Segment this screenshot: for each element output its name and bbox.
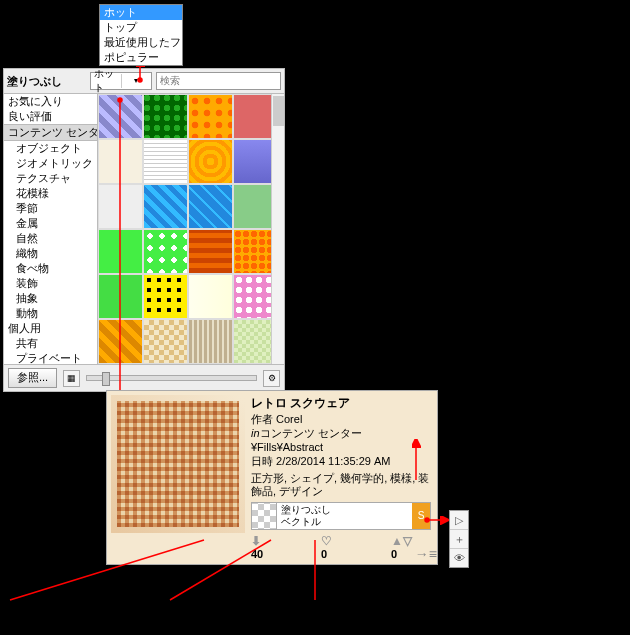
- dropdown-item[interactable]: ポピュラー: [100, 50, 182, 65]
- fill-type-row: 塗りつぶしベクトル S: [251, 502, 431, 530]
- swatch-cell[interactable]: [188, 229, 233, 274]
- swatch-cell[interactable]: [188, 319, 233, 364]
- tree-item[interactable]: 良い評価: [4, 109, 97, 124]
- dialog-footer: 参照... ▦ ⚙: [4, 364, 284, 391]
- swatch-cell[interactable]: [188, 94, 233, 139]
- dropdown-item[interactable]: 最近使用したファイル: [100, 35, 182, 50]
- tree-item[interactable]: お気に入り: [4, 94, 97, 109]
- swatch-cell[interactable]: [143, 274, 188, 319]
- browse-button[interactable]: 参照...: [8, 368, 57, 388]
- tree-item[interactable]: 共有: [4, 336, 97, 351]
- sort-combo-value: ホット: [91, 67, 121, 95]
- tree-item[interactable]: 個人用: [4, 321, 97, 336]
- pattern-date-line: 日時 2/28/2014 11:35:29 AM: [251, 454, 431, 468]
- swatch-cell[interactable]: [98, 274, 143, 319]
- category-tree[interactable]: お気に入り良い評価コンテンツ センターオブジェクトジオメトリックテクスチャ花模様…: [4, 94, 98, 364]
- swatch-grid-area: [98, 94, 284, 364]
- fills-dialog: 塗りつぶし ホット ▾ 検索 お気に入り良い評価コンテンツ センターオブジェクト…: [3, 68, 285, 392]
- search-input[interactable]: 検索: [156, 72, 281, 90]
- fill-swatch-icon: [252, 503, 277, 529]
- tree-item[interactable]: 花模様: [4, 186, 97, 201]
- swatch-cell[interactable]: [188, 184, 233, 229]
- swatch-cell[interactable]: [98, 184, 143, 229]
- options-icon[interactable]: →≡: [415, 546, 437, 562]
- swatch-cell[interactable]: [188, 274, 233, 319]
- share-badge[interactable]: S: [412, 503, 430, 529]
- swatch-grid[interactable]: [98, 94, 284, 364]
- swatch-cell[interactable]: [98, 94, 143, 139]
- sort-combo[interactable]: ホット ▾: [90, 72, 152, 90]
- tree-item[interactable]: 食べ物: [4, 261, 97, 276]
- tree-item[interactable]: 金属: [4, 216, 97, 231]
- dropdown-item[interactable]: ホット: [100, 5, 182, 20]
- pattern-preview: [111, 395, 245, 533]
- pattern-tags: 正方形, シェイプ, 幾何学的, 模様, 装飾品, デザイン: [251, 472, 431, 498]
- swatch-cell[interactable]: [143, 139, 188, 184]
- grid-view-icon[interactable]: ▦: [63, 370, 80, 387]
- dialog-title: 塗りつぶし: [7, 74, 62, 89]
- pattern-path-line: inコンテンツ センター¥Fills¥Abstract: [251, 426, 431, 454]
- sort-dropdown-list[interactable]: ホット トップ 最近使用したファイル ポピュラー: [99, 4, 183, 66]
- pattern-author-line: 作者 Corel: [251, 412, 431, 426]
- swatch-cell[interactable]: [143, 94, 188, 139]
- tree-item[interactable]: 季節: [4, 201, 97, 216]
- dropdown-item[interactable]: トップ: [100, 20, 182, 35]
- fill-type-label: 塗りつぶしベクトル: [277, 503, 412, 529]
- eye-icon[interactable]: 👁: [450, 549, 468, 567]
- thumbnail-size-slider[interactable]: [86, 375, 257, 381]
- swatch-cell[interactable]: [98, 229, 143, 274]
- tree-item[interactable]: 抽象: [4, 291, 97, 306]
- tree-item[interactable]: プライベート: [4, 351, 97, 364]
- add-icon[interactable]: ＋: [450, 530, 468, 549]
- tree-item[interactable]: テクスチャ: [4, 171, 97, 186]
- tree-item[interactable]: ジオメトリック: [4, 156, 97, 171]
- settings-icon[interactable]: ⚙: [263, 370, 280, 387]
- swatch-cell[interactable]: [143, 319, 188, 364]
- pattern-title: レトロ スクウェア: [251, 395, 431, 412]
- tree-item[interactable]: 装飾: [4, 276, 97, 291]
- scrollbar[interactable]: [271, 94, 284, 364]
- download-icon: ⬇: [251, 534, 291, 548]
- actions-toolbar: ▷ ＋ 👁: [449, 510, 469, 568]
- tree-item[interactable]: コンテンツ センター: [4, 124, 97, 141]
- tree-item[interactable]: 動物: [4, 306, 97, 321]
- swatch-cell[interactable]: [143, 184, 188, 229]
- swatch-cell[interactable]: [98, 139, 143, 184]
- info-card: レトロ スクウェア 作者 Corel inコンテンツ センター¥Fills¥Ab…: [106, 390, 438, 565]
- chevron-down-icon[interactable]: ▾: [121, 74, 152, 88]
- swatch-cell[interactable]: [98, 319, 143, 364]
- flag-icon[interactable]: ▷: [450, 511, 468, 530]
- swatch-cell[interactable]: [188, 139, 233, 184]
- heart-icon: ♡: [321, 534, 361, 548]
- favorite-stat[interactable]: ♡ 0: [321, 534, 361, 560]
- download-stat[interactable]: ⬇ 40: [251, 534, 291, 560]
- dialog-header: 塗りつぶし ホット ▾ 検索: [4, 69, 284, 94]
- swatch-cell[interactable]: [143, 229, 188, 274]
- tree-item[interactable]: オブジェクト: [4, 141, 97, 156]
- tree-item[interactable]: 織物: [4, 246, 97, 261]
- tree-item[interactable]: 自然: [4, 231, 97, 246]
